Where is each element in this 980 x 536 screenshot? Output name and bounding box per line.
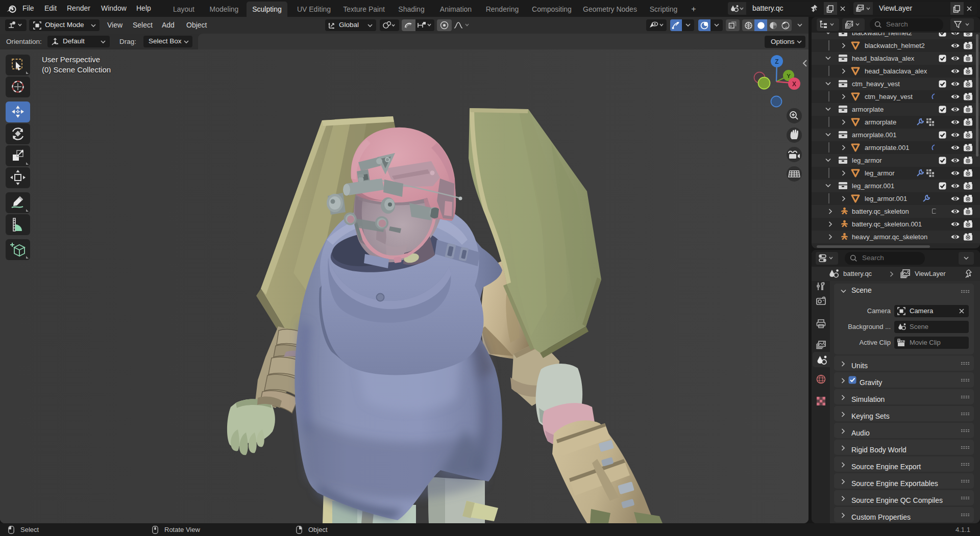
svg-text:Z: Z	[775, 58, 778, 65]
svg-text:X: X	[792, 81, 796, 88]
svg-text:Y: Y	[787, 73, 791, 79]
